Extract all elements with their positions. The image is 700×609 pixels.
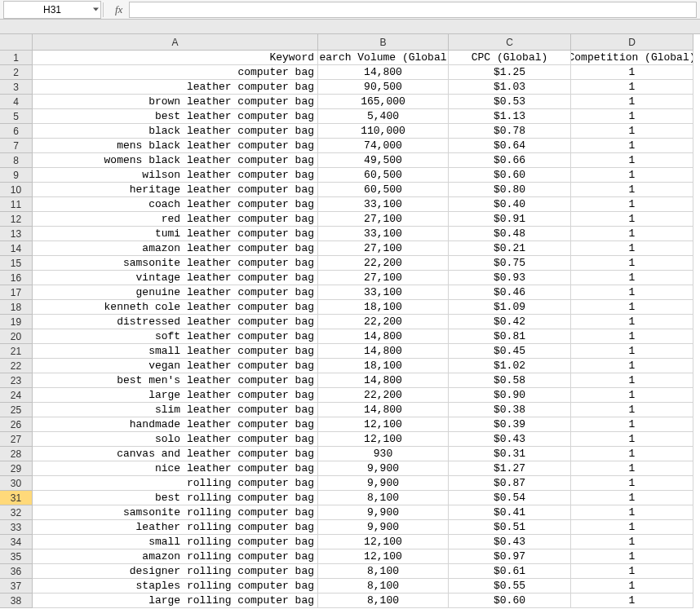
row-header[interactable]: 22: [0, 359, 33, 373]
cell[interactable]: 22,200: [318, 315, 449, 329]
cell[interactable]: 22,200: [318, 388, 449, 403]
cell[interactable]: $0.41: [449, 505, 571, 520]
cell[interactable]: heritage leather computer bag: [33, 183, 318, 197]
row-header[interactable]: 12: [0, 212, 33, 227]
column-header-a[interactable]: A: [33, 34, 318, 51]
row-header[interactable]: 37: [0, 579, 33, 594]
cell[interactable]: 110,000: [318, 124, 449, 139]
cell[interactable]: 1: [571, 344, 693, 359]
row-header[interactable]: 1: [0, 51, 33, 65]
cell[interactable]: 1: [571, 476, 693, 491]
cell[interactable]: $0.31: [449, 447, 571, 461]
cell[interactable]: leather rolling computer bag: [33, 520, 318, 535]
cell[interactable]: best leather computer bag: [33, 109, 318, 124]
cell[interactable]: leather computer bag: [33, 80, 318, 95]
cell[interactable]: 1: [571, 183, 693, 197]
cell[interactable]: $0.75: [449, 256, 571, 271]
cell[interactable]: 12,100: [318, 417, 449, 432]
row-header[interactable]: 9: [0, 168, 33, 183]
cell[interactable]: 165,000: [318, 95, 449, 109]
fx-icon[interactable]: fx: [115, 3, 122, 16]
cell[interactable]: 1: [571, 168, 693, 183]
row-header[interactable]: 6: [0, 124, 33, 139]
row-header[interactable]: 36: [0, 564, 33, 579]
cell[interactable]: 9,900: [318, 476, 449, 491]
cell[interactable]: 5,400: [318, 109, 449, 124]
cell[interactable]: 74,000: [318, 139, 449, 153]
cell[interactable]: $0.66: [449, 153, 571, 168]
cell[interactable]: tumi leather computer bag: [33, 227, 318, 241]
cell[interactable]: 1: [571, 256, 693, 271]
row-header[interactable]: 33: [0, 520, 33, 535]
cell[interactable]: Competition (Global): [571, 51, 693, 65]
cell[interactable]: 1: [571, 432, 693, 447]
cell[interactable]: 33,100: [318, 227, 449, 241]
cell[interactable]: 1: [571, 564, 693, 579]
column-header-d[interactable]: D: [571, 34, 693, 51]
cell[interactable]: 1: [571, 579, 693, 594]
row-header[interactable]: 35: [0, 549, 33, 564]
cell[interactable]: $1.13: [449, 109, 571, 124]
cell[interactable]: 27,100: [318, 212, 449, 227]
cell[interactable]: 1: [571, 300, 693, 315]
cell[interactable]: samsonite rolling computer bag: [33, 505, 318, 520]
cell[interactable]: 14,800: [318, 344, 449, 359]
cell[interactable]: 12,100: [318, 432, 449, 447]
cell[interactable]: $0.43: [449, 432, 571, 447]
cell[interactable]: $0.90: [449, 388, 571, 403]
cell[interactable]: $0.54: [449, 491, 571, 505]
cell[interactable]: slim leather computer bag: [33, 403, 318, 417]
cell[interactable]: $0.60: [449, 168, 571, 183]
cell[interactable]: 1: [571, 417, 693, 432]
cell[interactable]: coach leather computer bag: [33, 197, 318, 212]
row-header[interactable]: 7: [0, 139, 33, 153]
cell[interactable]: designer rolling computer bag: [33, 564, 318, 579]
cell[interactable]: 1: [571, 241, 693, 256]
cell[interactable]: best rolling computer bag: [33, 491, 318, 505]
cell[interactable]: Keyword: [33, 51, 318, 65]
row-header[interactable]: 16: [0, 271, 33, 285]
cell[interactable]: $0.40: [449, 197, 571, 212]
row-header[interactable]: 19: [0, 315, 33, 329]
cell[interactable]: 9,900: [318, 461, 449, 476]
column-header-c[interactable]: C: [449, 34, 571, 51]
cell[interactable]: earch Volume (Global: [318, 51, 449, 65]
cell[interactable]: 27,100: [318, 271, 449, 285]
cell[interactable]: 1: [571, 80, 693, 95]
cell[interactable]: 49,500: [318, 153, 449, 168]
cell[interactable]: 1: [571, 388, 693, 403]
row-header[interactable]: 38: [0, 594, 33, 608]
cell[interactable]: 14,800: [318, 373, 449, 388]
row-header[interactable]: 26: [0, 417, 33, 432]
row-header[interactable]: 10: [0, 183, 33, 197]
spreadsheet-grid[interactable]: A B C D 1 Keyword earch Volume (Global C…: [0, 34, 700, 608]
cell[interactable]: 27,100: [318, 241, 449, 256]
cell[interactable]: $0.45: [449, 344, 571, 359]
cell[interactable]: $0.38: [449, 403, 571, 417]
cell[interactable]: amazon leather computer bag: [33, 241, 318, 256]
row-header[interactable]: 8: [0, 153, 33, 168]
cell[interactable]: 1: [571, 520, 693, 535]
row-header[interactable]: 31: [0, 491, 33, 505]
cell[interactable]: solo leather computer bag: [33, 432, 318, 447]
cell[interactable]: $0.61: [449, 564, 571, 579]
cell[interactable]: 1: [571, 95, 693, 109]
cell[interactable]: 1: [571, 227, 693, 241]
cell[interactable]: 1: [571, 329, 693, 344]
row-header[interactable]: 3: [0, 80, 33, 95]
row-header[interactable]: 20: [0, 329, 33, 344]
row-header[interactable]: 11: [0, 197, 33, 212]
cell[interactable]: 1: [571, 139, 693, 153]
row-header[interactable]: 23: [0, 373, 33, 388]
cell[interactable]: $0.64: [449, 139, 571, 153]
row-header[interactable]: 14: [0, 241, 33, 256]
cell[interactable]: 1: [571, 549, 693, 564]
row-header[interactable]: 32: [0, 505, 33, 520]
cell[interactable]: 33,100: [318, 285, 449, 300]
name-box[interactable]: H31: [3, 1, 101, 19]
cell[interactable]: mens black leather computer bag: [33, 139, 318, 153]
cell[interactable]: 18,100: [318, 300, 449, 315]
cell[interactable]: $1.03: [449, 80, 571, 95]
cell[interactable]: $0.53: [449, 95, 571, 109]
cell[interactable]: $1.02: [449, 359, 571, 373]
